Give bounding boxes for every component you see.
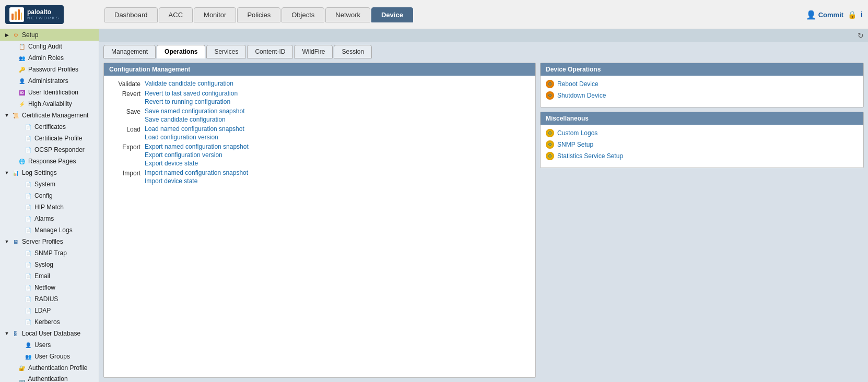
device-op-shutdown-device[interactable]: ⚙Shutdown Device [546,91,858,100]
main-tab-objects[interactable]: Objects [281,7,324,22]
config-links-save: Save named configuration snapshotSave ca… [145,108,244,123]
sub-tab-management[interactable]: Management [103,45,156,58]
tree-toggle-server-profiles[interactable]: ▼ [4,239,9,244]
config-link-save-named-configuration-snaps[interactable]: Save named configuration snapshot [145,108,244,115]
sidebar-label-ldap: LDAP [34,307,51,314]
sidebar-item-high-availability[interactable]: ⚡High Availability [0,98,99,110]
sidebar-icon-high-availability: ⚡ [18,100,26,108]
config-panel: Configuration Management ValidateValidat… [103,63,536,378]
sidebar-item-response-pages[interactable]: 🌐Response Pages [0,156,99,167]
sidebar-icon-certificates: 📄 [24,123,32,131]
sidebar-item-kerberos[interactable]: 📄Kerberos [0,316,99,328]
sidebar-item-user-groups[interactable]: 👥User Groups [0,351,99,362]
sidebar-icon-netflow: 📄 [24,283,32,292]
sidebar-item-certificate-mgmt[interactable]: ▼📜Certificate Management [0,110,99,121]
misc-content: ⚙Custom Logos⚙SNMP Setup⚙Statistics Serv… [541,125,863,168]
sub-tab-session[interactable]: Session [334,45,372,58]
sidebar-icon-user-identification: 🆔 [18,88,26,97]
main-tab-device[interactable]: Device [371,7,413,22]
main-tab-network[interactable]: Network [325,7,370,22]
config-row-label-revert: Revert [108,90,145,98]
tree-toggle-log-settings[interactable]: ▼ [4,170,9,175]
config-link-export-device-state[interactable]: Export device state [145,160,249,167]
config-link-load-named-configuration-snaps[interactable]: Load named configuration snapshot [145,125,244,133]
sub-tab-services[interactable]: Services [206,45,246,58]
sidebar-item-system[interactable]: 📄System [0,178,99,190]
misc-op-statistics-service-setup[interactable]: ⚙Statistics Service Setup [546,152,858,160]
logo-icon [9,7,24,22]
sidebar-label-local-user-db: Local User Database [22,330,80,337]
sidebar-item-hip-match[interactable]: 📄HIP Match [0,201,99,213]
config-link-load-configuration-version[interactable]: Load configuration version [145,134,244,141]
sidebar-item-radius[interactable]: 📄RADIUS [0,293,99,305]
sidebar-icon-local-user-db: 🗄 [11,329,20,338]
config-link-revert-to-last-saved-configura[interactable]: Revert to last saved configuration [145,90,238,97]
sidebar-label-email: Email [34,272,50,280]
sub-tab-content-id[interactable]: Content-ID [247,45,293,58]
sidebar-item-log-settings[interactable]: ▼📊Log Settings [0,167,99,178]
sidebar-label-user-identification: User Identification [28,89,78,96]
tree-toggle-certificate-mgmt[interactable]: ▼ [4,113,9,118]
sidebar-item-setup[interactable]: ▶⚙Setup [0,29,99,41]
device-op-reboot-device[interactable]: ⚙Reboot Device [546,80,858,88]
sidebar-icon-administrators: 👤 [18,77,26,85]
main-tab-acc[interactable]: ACC [159,7,193,22]
sidebar-icon-ldap: 📄 [24,306,32,315]
main-tab-monitor[interactable]: Monitor [194,7,236,22]
sidebar-item-auth-profile[interactable]: 🔐Authentication Profile [0,362,99,374]
sidebar-item-email[interactable]: 📄Email [0,270,99,282]
config-link-save-candidate-configuration[interactable]: Save candidate configuration [145,116,244,123]
sidebar-item-netflow[interactable]: 📄Netflow [0,282,99,293]
device-ops-content: ⚙Reboot Device⚙Shutdown Device [541,76,863,107]
sidebar: ▶⚙Setup📋Config Audit👥Admin Roles🔑Passwor… [0,29,99,382]
sub-tab-operations[interactable]: Operations [157,45,205,58]
config-link-revert-to-running-configuratio[interactable]: Revert to running configuration [145,98,238,105]
sidebar-item-alarms[interactable]: 📄Alarms [0,213,99,224]
sidebar-label-snmp-trap: SNMP Trap [34,249,67,257]
sidebar-item-config-audit[interactable]: 📋Config Audit [0,41,99,52]
main-tab-policies[interactable]: Policies [237,7,280,22]
sidebar-label-response-pages: Response Pages [28,158,76,165]
lock-icon[interactable]: 🔒 [848,10,857,19]
sidebar-item-config[interactable]: 📄Config [0,190,99,201]
config-row-label-export: Export [108,143,145,151]
misc-op-custom-logos[interactable]: ⚙Custom Logos [546,129,858,137]
config-row-label-import: Import [108,169,145,177]
refresh-bar: ↻ [99,29,868,42]
sidebar-item-certificates[interactable]: 📄Certificates [0,121,99,133]
sidebar-item-local-user-db[interactable]: ▼🗄Local User Database [0,328,99,339]
commit-button[interactable]: 👤 Commit [806,9,843,19]
sidebar-item-snmp-trap[interactable]: 📄SNMP Trap [0,247,99,259]
config-link-export-named-configuration-sna[interactable]: Export named configuration snapshot [145,143,249,150]
sidebar-item-administrators[interactable]: 👤Administrators [0,75,99,87]
sidebar-label-users: Users [34,341,51,349]
sidebar-item-user-identification[interactable]: 🆔User Identification [0,87,99,98]
layout: ▶⚙Setup📋Config Audit👥Admin Roles🔑Passwor… [0,29,868,382]
tree-toggle-setup[interactable]: ▶ [4,32,9,38]
logo-text: paloalto NETWORKS [27,8,60,20]
refresh-icon[interactable]: ↻ [858,31,864,40]
sidebar-item-server-profiles[interactable]: ▼🖥Server Profiles [0,236,99,247]
main-tab-dashboard[interactable]: Dashboard [104,7,158,22]
config-link-validate-candidate-configurati[interactable]: Validate candidate configuration [145,80,233,87]
config-link-import-device-state[interactable]: Import device state [145,177,248,185]
sidebar-item-certificate-profile[interactable]: 📄Certificate Profile [0,133,99,144]
sidebar-item-ldap[interactable]: 📄LDAP [0,305,99,316]
sidebar-item-auth-sequence[interactable]: 🔢Authentication Sequence [0,374,99,382]
config-row-export: ExportExport named configuration snapsho… [108,143,531,167]
sidebar-item-admin-roles[interactable]: 👥Admin Roles [0,52,99,64]
config-link-export-configuration-version[interactable]: Export configuration version [145,151,249,159]
sidebar-item-users[interactable]: 👤Users [0,339,99,351]
sidebar-item-ocsp-responder[interactable]: 📄OCSP Responder [0,144,99,156]
tree-toggle-local-user-db[interactable]: ▼ [4,331,9,336]
config-row-validate: ValidateValidate candidate configuration [108,80,531,88]
sidebar-item-password-profiles[interactable]: 🔑Password Profiles [0,64,99,75]
sidebar-item-manage-logs[interactable]: 📄Manage Logs [0,224,99,236]
misc-op-icon-snmp-setup: ⚙ [546,140,554,149]
info-icon[interactable]: i [861,10,863,19]
sub-tab-wildfire[interactable]: WildFire [294,45,333,58]
config-link-import-named-configuration-sna[interactable]: Import named configuration snapshot [145,169,248,176]
sidebar-item-syslog[interactable]: 📄Syslog [0,259,99,270]
misc-op-label-snmp-setup: SNMP Setup [557,141,593,148]
misc-op-snmp-setup[interactable]: ⚙SNMP Setup [546,140,858,149]
